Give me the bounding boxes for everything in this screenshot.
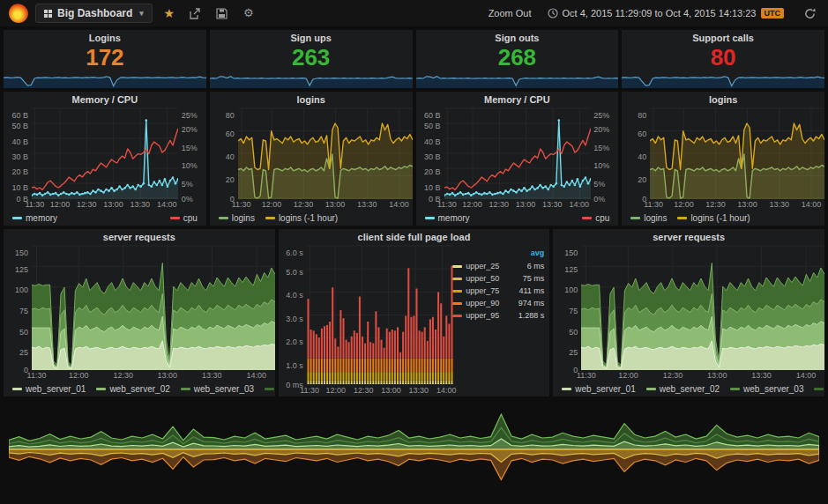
logins-plot[interactable]: [650, 107, 824, 199]
panel-title[interactable]: Memory / CPU: [416, 92, 619, 107]
legend-color-icon: [452, 302, 462, 305]
stats-row: Logins 172 Sign ups 263 Sign outs 268 Su…: [4, 30, 824, 88]
legend-color-icon: [425, 217, 435, 219]
grafana-dashboard: Big Dashboard ▾ ★ ⚙ Zoom Out Oct 4, 2015…: [0, 0, 828, 504]
memory-cpu-plot[interactable]: [32, 107, 178, 199]
time-tick: 12:30: [77, 200, 97, 209]
time-tick: 13:30: [202, 371, 222, 380]
legend-item-cpu[interactable]: cpu: [582, 213, 609, 223]
stat-value: 268: [416, 46, 619, 69]
axis-tick: 30 B: [424, 152, 441, 161]
legend-label: memory: [26, 213, 57, 223]
axis-tick: 10%: [593, 161, 609, 170]
axis-tick: 50 B: [11, 122, 28, 130]
legend-color-icon: [452, 278, 462, 280]
sparkline: [622, 69, 824, 88]
legend-item-web_server_03[interactable]: web_server_03: [181, 384, 254, 394]
stat-value: 80: [622, 46, 824, 69]
axis-tick: 40: [638, 152, 646, 161]
legend-item-memory[interactable]: memory: [425, 213, 470, 223]
legend-item-cpu[interactable]: cpu: [170, 213, 198, 223]
legend-item-upper_25[interactable]: upper_256 ms: [452, 260, 544, 272]
legend-item-logins[interactable]: logins: [219, 213, 255, 223]
y-axis-left: 020406080: [622, 107, 650, 199]
legend-color-icon: [630, 217, 640, 219]
legend-color-icon: [730, 388, 740, 390]
legend-item-upper_95[interactable]: upper_951.288 s: [452, 309, 544, 322]
stream-plot[interactable]: [9, 400, 819, 499]
legend: web_server_01web_server_02web_server_03w…: [553, 382, 824, 397]
zoom-out-button[interactable]: Zoom Out: [489, 8, 532, 19]
time-tick: 12:30: [294, 200, 314, 209]
time-tick: 11:30: [644, 200, 663, 209]
y-axis-left: 0255075100125150: [553, 245, 581, 370]
legend-label: logins (-1 hour): [279, 213, 338, 223]
legend-color-icon: [814, 388, 824, 390]
axis-tick: 75: [569, 307, 578, 315]
panel-title[interactable]: server requests: [553, 229, 824, 245]
panel-title[interactable]: client side full page load: [279, 229, 550, 245]
axis-tick: 50 B: [424, 122, 441, 130]
legend-item-logins (-1 hour)[interactable]: logins (-1 hour): [265, 213, 338, 223]
legend-label: web_server_03: [743, 384, 803, 394]
share-icon[interactable]: [186, 4, 205, 23]
legend: memorycpu: [416, 211, 619, 226]
graphs-row-1: Memory / CPU 0 B10 B20 B30 B40 B50 B60 B…: [4, 92, 824, 226]
legend-color-icon: [12, 217, 22, 219]
legend-item-web_server_02[interactable]: web_server_02: [96, 384, 169, 394]
stat-value: 263: [210, 46, 413, 69]
panel-title[interactable]: logins: [210, 92, 413, 107]
graphs-row-2: server requests 0255075100125150 11:3012…: [4, 229, 824, 397]
server-requests-plot[interactable]: [581, 245, 824, 370]
time-tick: 12:00: [326, 386, 347, 395]
legend-label: logins: [644, 213, 667, 223]
legend-item-upper_90[interactable]: upper_90974 ms: [452, 297, 544, 309]
stream-row: [4, 400, 824, 499]
legend-item-memory[interactable]: memory: [12, 213, 57, 223]
legend-item-upper_75[interactable]: upper_75411 ms: [452, 285, 544, 297]
axis-tick: 2.0 s: [286, 337, 303, 346]
star-icon[interactable]: ★: [160, 4, 179, 23]
graph-panel-logins-2: logins 020406080 11:3012:0012:3013:0013:…: [622, 92, 824, 226]
dashboard-picker-button[interactable]: Big Dashboard ▾: [35, 4, 153, 23]
axis-tick: 80: [638, 111, 646, 120]
legend-item-web_server_03[interactable]: web_server_03: [730, 384, 803, 394]
logins-plot[interactable]: [238, 107, 413, 199]
axis-tick: 10 B: [11, 183, 28, 192]
legend-item-web_server_04[interactable]: web_server_04: [265, 384, 275, 394]
axis-tick: 0%: [182, 195, 193, 204]
time-range-picker[interactable]: Oct 4, 2015 11:29:09 to Oct 4, 2015 14:1…: [548, 8, 784, 19]
memory-cpu-plot[interactable]: [444, 107, 591, 199]
legend-item-upper_50[interactable]: upper_5075 ms: [452, 272, 544, 285]
axis-tick: 0%: [593, 195, 605, 204]
panel-title[interactable]: server requests: [4, 229, 275, 245]
time-tick: 12:00: [618, 371, 638, 380]
axis-tick: 4.0 s: [286, 291, 303, 300]
axis-tick: 10%: [182, 161, 198, 170]
legend-item-web_server_02[interactable]: web_server_02: [646, 384, 720, 394]
legend-item-logins (-1 hour)[interactable]: logins (-1 hour): [677, 213, 750, 223]
axis-tick: 20 B: [424, 167, 441, 176]
refresh-icon[interactable]: [800, 4, 819, 23]
save-icon[interactable]: [213, 4, 232, 23]
axis-tick: 20 B: [11, 167, 28, 176]
time-tick: 13:00: [103, 200, 123, 209]
grafana-logo-icon[interactable]: [9, 4, 28, 23]
gear-icon[interactable]: ⚙: [239, 4, 258, 23]
time-tick: 14:00: [796, 371, 817, 380]
legend-label: web_server_02: [660, 384, 720, 394]
panel-title[interactable]: Memory / CPU: [4, 92, 206, 107]
legend-item-web_server_01[interactable]: web_server_01: [562, 384, 635, 394]
server-requests-plot[interactable]: [32, 245, 275, 370]
legend-color-icon: [452, 290, 462, 293]
axis-tick: 125: [564, 265, 578, 274]
page-load-plot[interactable]: [307, 245, 453, 385]
y-axis-left: 0255075100125150: [4, 245, 32, 370]
axis-tick: 25: [569, 348, 578, 357]
legend-item-logins[interactable]: logins: [630, 213, 667, 223]
dashboard-body: Logins 172 Sign ups 263 Sign outs 268 Su…: [0, 26, 828, 502]
panel-title[interactable]: logins: [622, 92, 824, 107]
legend-item-web_server_01[interactable]: web_server_01: [12, 384, 86, 394]
legend-item-web_server_04[interactable]: web_server_04: [814, 384, 824, 394]
legend-color-icon: [677, 217, 687, 219]
